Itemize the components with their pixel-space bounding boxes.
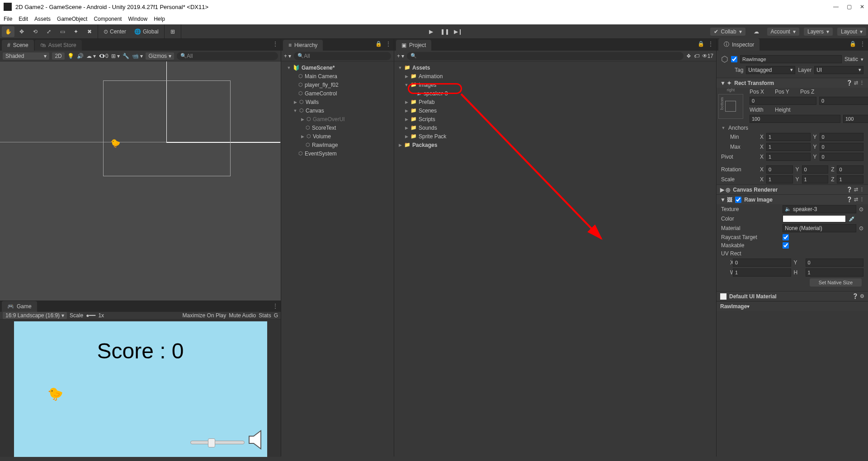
hierarchy-item[interactable]: ⬡GameControl: [281, 89, 394, 98]
lock-icon[interactable]: 🔒: [375, 41, 382, 47]
width-field[interactable]: [750, 115, 840, 123]
hierarchy-search[interactable]: 🔍 All: [294, 52, 391, 60]
project-item[interactable]: ▶📁Prefab: [394, 98, 716, 106]
shaded-dropdown[interactable]: Shaded ▾: [3, 52, 49, 60]
scale-tool-icon[interactable]: ⤢: [42, 26, 55, 37]
stats-toggle[interactable]: Stats: [259, 312, 271, 319]
raycast-checkbox[interactable]: [783, 234, 789, 240]
scene-view[interactable]: 🐤: [0, 61, 281, 301]
transform-tool-icon[interactable]: ✦: [70, 26, 82, 37]
uv-y[interactable]: [806, 259, 864, 267]
project-item[interactable]: ▶📁Packages: [394, 141, 716, 149]
tab-asset-store[interactable]: 🛍 Asset Store: [35, 40, 82, 51]
move-tool-icon[interactable]: ✥: [15, 26, 28, 37]
menu-assets[interactable]: Assets: [34, 16, 51, 22]
rawimage-enabled[interactable]: [735, 197, 741, 203]
scene-search[interactable]: 🔍 All: [177, 52, 278, 60]
set-native-size-button[interactable]: Set Native Size: [810, 278, 862, 287]
maximize-button[interactable]: ▢: [847, 4, 852, 10]
object-name-field[interactable]: [740, 55, 842, 63]
minimize-button[interactable]: —: [833, 4, 839, 10]
maximize-toggle[interactable]: Maximize On Play: [183, 312, 226, 319]
preview-bar[interactable]: RawImage ▾: [717, 301, 868, 311]
color-field[interactable]: [783, 215, 846, 222]
hierarchy-item[interactable]: ▶⬡Walls: [281, 98, 394, 106]
global-toggle[interactable]: 🌐Global: [131, 26, 162, 37]
raw-image-header[interactable]: ▼ 🖼 Raw Image❔ ⇄ ⋮: [717, 194, 868, 204]
project-item[interactable]: ▶📁Sprite Pack: [394, 132, 716, 141]
hierarchy-item[interactable]: ▶⬡Volume: [281, 132, 394, 141]
lock-icon[interactable]: 🔒: [698, 41, 704, 47]
tab-game[interactable]: 🎮 Game: [2, 301, 37, 312]
tag-icon[interactable]: 🏷: [694, 53, 699, 59]
vis-icon[interactable]: 👁‍🗨0: [99, 53, 108, 59]
object-picker-icon[interactable]: ⊙: [859, 225, 863, 231]
posx-field[interactable]: [750, 97, 816, 105]
anchor-min-x[interactable]: [766, 133, 810, 141]
panel-menu-icon[interactable]: ⋮: [386, 41, 391, 47]
audio-icon[interactable]: 🔊: [77, 53, 84, 59]
project-item[interactable]: ▼📁Images: [394, 80, 716, 89]
layer-dropdown[interactable]: UI▾: [814, 66, 863, 74]
rot-y[interactable]: [802, 165, 829, 174]
scale-x[interactable]: [766, 175, 793, 183]
snap-icon[interactable]: ⊞: [166, 26, 179, 37]
speaker-icon[interactable]: [247, 430, 267, 451]
height-field[interactable]: [843, 115, 868, 123]
material-field[interactable]: None (Material): [783, 224, 856, 232]
gizmos-dropdown[interactable]: Gizmos ▾: [146, 52, 174, 60]
object-picker-icon[interactable]: ⊙: [859, 206, 863, 212]
panel-menu-icon[interactable]: ⋮: [708, 41, 713, 47]
menu-help[interactable]: Help: [154, 16, 165, 22]
project-item[interactable]: ▶📁Animation: [394, 72, 716, 80]
default-material-header[interactable]: Default UI Material❔ ⚙: [717, 291, 868, 301]
volume-slider[interactable]: [190, 441, 245, 444]
tab-inspector[interactable]: ⓘ Inspector: [718, 38, 760, 51]
light-icon[interactable]: 💡: [67, 53, 74, 59]
uv-w[interactable]: [733, 268, 791, 277]
scale-slider[interactable]: ●━━: [86, 312, 95, 319]
account-dropdown[interactable]: Account ▾: [767, 28, 799, 36]
rotate-tool-icon[interactable]: ⟲: [29, 26, 42, 37]
cloud-icon[interactable]: ☁: [750, 26, 763, 37]
lock-icon[interactable]: 🔒: [849, 41, 856, 47]
2d-toggle[interactable]: 2D: [52, 52, 64, 60]
eyedropper-icon[interactable]: 💉: [849, 216, 855, 222]
cam-icon[interactable]: 📹 ▾: [132, 53, 143, 59]
anchor-max-y[interactable]: [820, 143, 863, 151]
visibility-count[interactable]: 👁17: [702, 53, 713, 59]
layout-dropdown[interactable]: Layout ▾: [837, 28, 866, 36]
custom-tool-icon[interactable]: ✖: [83, 26, 96, 37]
create-dropdown[interactable]: + ▾: [397, 53, 404, 59]
tools-icon[interactable]: 🔧: [123, 53, 129, 59]
step-button[interactable]: ▶❙: [452, 26, 465, 37]
hierarchy-item[interactable]: ⬡Main Camera: [281, 72, 394, 80]
project-item[interactable]: ▶📁Sounds: [394, 123, 716, 132]
hand-tool-icon[interactable]: ✋: [2, 26, 14, 37]
maskable-checkbox[interactable]: [783, 242, 789, 249]
anchor-max-x[interactable]: [766, 143, 810, 151]
play-button[interactable]: ▶: [425, 26, 438, 37]
close-button[interactable]: ✕: [860, 4, 864, 10]
pivot-toggle[interactable]: ⊙Center: [100, 26, 130, 37]
menu-gameobject[interactable]: GameObject: [57, 16, 87, 22]
canvas-renderer-header[interactable]: ▶ ◎ Canvas Renderer❔ ⇄ ⋮: [717, 184, 868, 194]
hierarchy-item[interactable]: ▼⬡Canvas: [281, 106, 394, 115]
hierarchy-scene[interactable]: ▼🔰GameScene*: [281, 63, 394, 72]
panel-menu-icon[interactable]: ⋮: [860, 41, 865, 47]
grid-icon[interactable]: ⊞ ▾: [111, 53, 120, 59]
project-item[interactable]: ▶📁Scenes: [394, 106, 716, 115]
pause-button[interactable]: ❚❚: [439, 26, 451, 37]
project-item-speaker[interactable]: 🔈speaker-3: [394, 89, 716, 98]
layers-dropdown[interactable]: Layers ▾: [804, 28, 833, 36]
hierarchy-item[interactable]: ▶⬡GameOverUI: [281, 115, 394, 123]
scale-z[interactable]: [837, 175, 863, 183]
project-search[interactable]: 🔍: [407, 52, 683, 60]
uv-x[interactable]: [733, 259, 791, 267]
menu-file[interactable]: File: [4, 16, 12, 22]
tab-project[interactable]: ▣ Project: [396, 40, 431, 51]
posy-field[interactable]: [819, 97, 868, 105]
panel-menu-icon[interactable]: ⋮: [273, 303, 278, 309]
static-label[interactable]: Static: [844, 56, 858, 62]
create-dropdown[interactable]: + ▾: [284, 53, 291, 59]
